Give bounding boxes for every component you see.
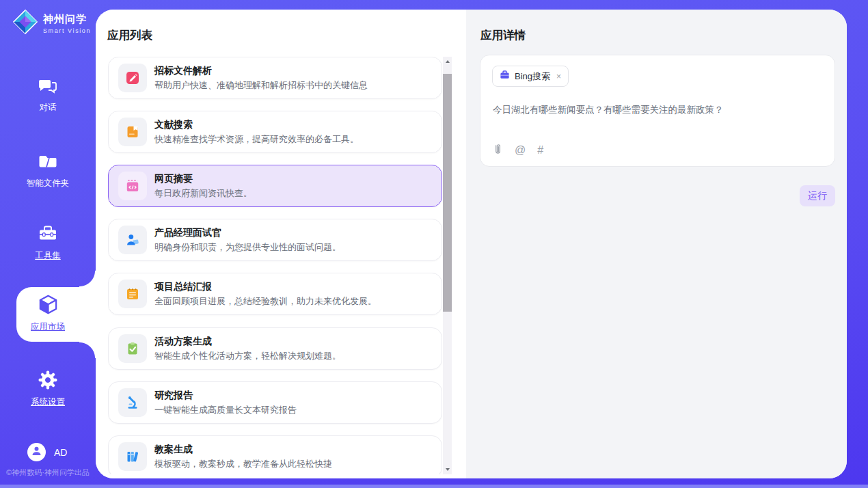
note-icon <box>118 280 147 308</box>
app-details-title: 应用详情 <box>480 28 526 43</box>
app-card-title: 研究报告 <box>154 389 297 402</box>
copyright-footer: ©神州数码·神州问学出品 <box>0 467 96 478</box>
app-card-title: 文献搜索 <box>154 118 359 131</box>
sidebar-item-chat[interactable]: 对话 <box>0 75 96 113</box>
app-card-pm-interviewer[interactable]: 产品经理面试官 明确身份和职责，为您提供专业性的面试问题。 <box>108 219 442 261</box>
prompt-text[interactable]: 今日湖北有哪些新闻要点？有哪些需要关注的最新政策？ <box>493 103 821 117</box>
diamond-logo-icon <box>12 9 38 38</box>
bottom-edge-strip <box>0 485 868 488</box>
app-card-desc: 模板驱动，教案秒成，教学准备从此轻松快捷 <box>154 457 332 470</box>
brand-subtitle: Smart Vision <box>43 27 91 34</box>
app-list-panel: 应用列表 招标文件解析 帮助用户快速、准确地理解和解析招标书中的关键信息 <box>96 10 466 478</box>
app-card-literature-search[interactable]: 文献搜索 快速精准查找学术资源，提高研究效率的必备工具。 <box>108 111 442 153</box>
app-card-desc: 一键智能生成高质量长文本研究报告 <box>154 403 297 416</box>
gear-icon <box>38 381 58 392</box>
sidebar-item-smart-folder[interactable]: 智能文件夹 <box>0 151 96 189</box>
user-avatar-icon <box>31 445 42 459</box>
sidebar-item-toolset[interactable]: 工具集 <box>0 223 96 262</box>
sidebar: 神州问学 Smart Vision 对话 智能文件夹 <box>0 0 96 488</box>
app-card-desc: 快速精准查找学术资源，提高研究效率的必备工具。 <box>154 133 359 146</box>
scrollbar-up-button[interactable] <box>443 57 452 66</box>
sidebar-item-app-market[interactable]: 应用市场 <box>0 294 96 333</box>
app-card-web-summary[interactable]: 网页摘要 每日政府新闻资讯快查。 <box>108 165 442 207</box>
app-card-research-report[interactable]: 研究报告 一键智能生成高质量长文本研究报告 <box>108 381 442 424</box>
app-card-title: 活动方案生成 <box>154 335 341 348</box>
cube-icon <box>38 306 59 317</box>
chat-icon <box>38 86 58 98</box>
toolbox-icon <box>38 234 58 246</box>
brand: 神州问学 Smart Vision <box>12 9 91 38</box>
attach-icon[interactable] <box>493 143 503 157</box>
sidebar-item-label: 应用市场 <box>0 321 96 333</box>
book-icon <box>118 118 147 146</box>
books-icon <box>118 442 147 471</box>
scrollbar-down-button[interactable] <box>443 465 452 474</box>
sidebar-item-label: 系统设置 <box>0 396 96 408</box>
app-list-title: 应用列表 <box>107 28 152 43</box>
prompt-card: Bing搜索 × 今日湖北有哪些新闻要点？有哪些需要关注的最新政策？ @ # <box>480 55 835 167</box>
tool-tag-bing-search[interactable]: Bing搜索 × <box>492 66 569 87</box>
user-name: AD <box>54 447 67 458</box>
close-icon[interactable]: × <box>556 72 561 81</box>
browser-code-icon <box>118 172 147 200</box>
app-card-desc: 每日政府新闻资讯快查。 <box>154 187 252 200</box>
app-root: { "brand": { "name": "神州问学", "subtitle":… <box>0 0 868 488</box>
clipboard-check-icon <box>118 334 147 363</box>
bubble-fillet-top <box>79 271 96 287</box>
sidebar-item-label: 智能文件夹 <box>0 178 96 189</box>
brand-name: 神州问学 <box>43 13 91 26</box>
app-card-desc: 智能生成个性化活动方案，轻松解决规划难题。 <box>154 349 341 362</box>
triangle-down-icon <box>446 468 450 471</box>
hash-icon[interactable]: # <box>537 145 543 156</box>
app-card-desc: 帮助用户快速、准确地理解和解析招标书中的关键信息 <box>154 79 368 92</box>
app-card-lesson-plan[interactable]: 教案生成 模板驱动，教案秒成，教学准备从此轻松快捷 <box>108 435 442 474</box>
folder-icon <box>38 162 58 174</box>
sidebar-item-settings[interactable]: 系统设置 <box>0 370 96 408</box>
app-list-scrollbar[interactable] <box>443 57 452 474</box>
composer-toolbar: @ # <box>493 143 543 157</box>
bubble-fillet-bottom <box>79 342 96 358</box>
app-card-list: 招标文件解析 帮助用户快速、准确地理解和解析招标书中的关键信息 文献搜索 快速精… <box>108 57 442 474</box>
microscope-icon <box>118 388 147 417</box>
app-card-desc: 全面回顾项目进展，总结经验教训，助力未来优化发展。 <box>154 295 377 308</box>
interviewer-person-icon <box>118 226 147 254</box>
app-card-project-summary[interactable]: 项目总结汇报 全面回顾项目进展，总结经验教训，助力未来优化发展。 <box>108 273 442 315</box>
briefcase-icon <box>500 70 510 83</box>
app-card-activity-plan[interactable]: 活动方案生成 智能生成个性化活动方案，轻松解决规划难题。 <box>108 327 442 370</box>
sidebar-item-label: 工具集 <box>0 250 96 262</box>
scrollbar-thumb[interactable] <box>443 74 452 312</box>
run-button[interactable]: 运行 <box>800 185 835 206</box>
app-card-bid-parse[interactable]: 招标文件解析 帮助用户快速、准确地理解和解析招标书中的关键信息 <box>108 57 442 99</box>
avatar <box>27 443 46 461</box>
app-card-title: 教案生成 <box>154 443 332 456</box>
triangle-up-icon <box>446 60 450 63</box>
app-card-title: 项目总结汇报 <box>154 280 377 293</box>
tool-tag-label: Bing搜索 <box>515 70 550 83</box>
main-container: 应用列表 招标文件解析 帮助用户快速、准确地理解和解析招标书中的关键信息 <box>96 10 847 478</box>
user-row[interactable]: AD <box>27 443 67 461</box>
app-card-desc: 明确身份和职责，为您提供专业性的面试问题。 <box>154 241 341 254</box>
sidebar-item-label: 对话 <box>0 102 96 113</box>
app-details-panel: 应用详情 Bing搜索 × 今日湖北有哪些新闻要点？有哪些需要关注的最新政策？ <box>466 10 847 478</box>
app-card-title: 招标文件解析 <box>154 64 368 77</box>
app-card-title: 产品经理面试官 <box>154 226 341 239</box>
doc-edit-icon <box>118 64 147 92</box>
mention-icon[interactable]: @ <box>515 145 526 156</box>
app-card-title: 网页摘要 <box>154 172 252 185</box>
